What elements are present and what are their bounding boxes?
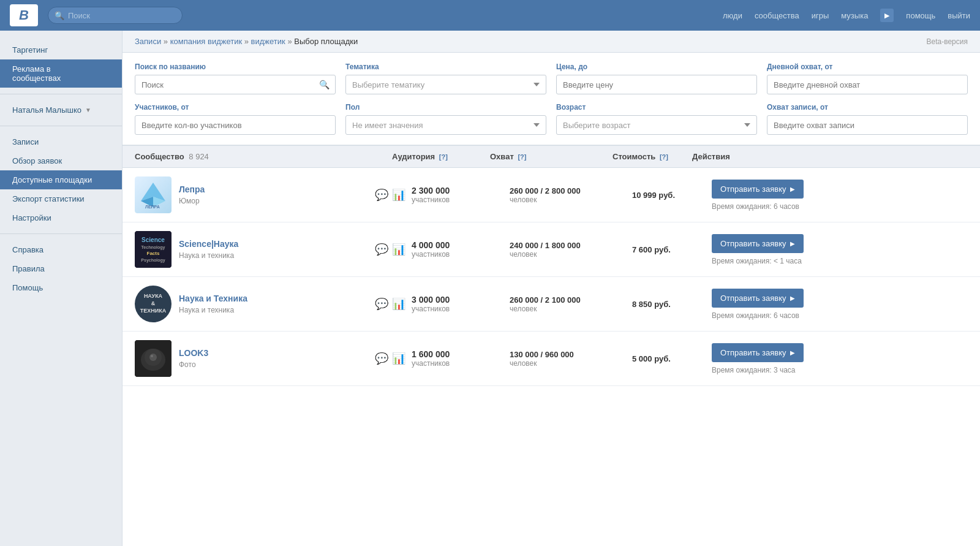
svg-point-8 (151, 355, 153, 357)
audience-lepra: 2 300 000 участников (412, 186, 510, 204)
filter-reach-post-input[interactable] (767, 115, 968, 135)
stats-icon-look3[interactable]: 📊 (392, 352, 405, 365)
filter-search-input[interactable] (135, 75, 336, 94)
stats-icon-lepra[interactable]: 📊 (392, 188, 405, 202)
audience-nauka: 3 000 000 участников (412, 295, 510, 313)
community-name-lepra[interactable]: Лепра (179, 184, 375, 194)
nav-people[interactable]: люди (723, 11, 742, 20)
table-header: Сообщество 8 924 Аудитория [?] Охват [?]… (123, 145, 980, 168)
col-reach-header: Охват [?] (490, 152, 612, 161)
reach-label-lepra: человек (510, 195, 632, 204)
filter-members-input[interactable] (135, 115, 336, 135)
sidebar-item-help[interactable]: Справка (0, 240, 122, 259)
filter-row-2: Участников, от Пол Не имеет значения Воз… (135, 103, 968, 135)
filters-section: Поиск по названию 🔍 Тематика Выберите те… (123, 53, 980, 145)
audience-label-lepra: участников (412, 195, 510, 204)
nav-more-button[interactable]: ▶ (880, 9, 894, 22)
sidebar-item-settings[interactable]: Настройки (0, 208, 122, 227)
send-btn-science[interactable]: Отправить заявку ▶ (712, 234, 804, 253)
filter-reach-daily-input[interactable] (767, 75, 968, 94)
community-info-science: Science|Наука Наука и техника (179, 239, 375, 260)
table-row: ЛЕПРА Лепра Юмор 💬 📊 2 300 000 участнико… (123, 168, 980, 222)
header-search-box[interactable]: 🔍 (48, 7, 183, 24)
nav-communities[interactable]: сообщества (755, 11, 799, 20)
comment-icon-nauka[interactable]: 💬 (375, 297, 388, 311)
breadcrumb-company[interactable]: компания виджетик (170, 37, 243, 46)
avatar-nauka: НАУКА&ТЕХНИКА (135, 286, 172, 322)
filter-age-label: Возраст (556, 103, 757, 112)
cost-help[interactable]: [?] (660, 153, 668, 161)
audience-label-nauka: участников (412, 305, 510, 313)
reach-help[interactable]: [?] (518, 153, 526, 161)
sidebar-item-assistance[interactable]: Помощь (0, 278, 122, 297)
comment-icon-science[interactable]: 💬 (375, 243, 388, 256)
col-actions-header: Действия (692, 152, 968, 161)
col-community-header: Сообщество 8 924 (135, 152, 392, 161)
stats-icon-science[interactable]: 📊 (392, 243, 405, 256)
filter-topic-group: Тематика Выберите тематику (345, 63, 546, 94)
cost-value-look3: 5 000 руб. (632, 354, 671, 363)
reach-numbers-lepra: 260 000 / 2 800 000 (510, 186, 632, 195)
table-row: НАУКА&ТЕХНИКА Наука и Техника Наука и те… (123, 277, 980, 332)
send-btn-nauka[interactable]: Отправить заявку ▶ (712, 289, 804, 308)
send-btn-label-science: Отправить заявку (720, 239, 786, 248)
breadcrumb-records[interactable]: Записи (135, 37, 161, 46)
sidebar-item-platforms[interactable]: Доступные площадки (0, 170, 122, 189)
header-search-input[interactable] (68, 11, 176, 20)
header: В 🔍 люди сообщества игры музыка ▶ помощь… (0, 0, 980, 31)
sidebar-item-targeting[interactable]: Таргетинг (0, 40, 122, 59)
filter-age-select[interactable]: Выберите возраст (556, 115, 757, 135)
sidebar-divider-1 (0, 94, 122, 94)
breadcrumb-widget[interactable]: виджетик (251, 37, 285, 46)
send-btn-arrow-look3: ▶ (790, 349, 795, 356)
actions-look3: Отправить заявку ▶ Время ожидания: 3 час… (712, 343, 968, 374)
search-wrapper: 🔍 (135, 75, 336, 94)
reach-look3: 130 000 / 960 000 человек (510, 350, 632, 368)
audience-number-lepra: 2 300 000 (412, 186, 510, 195)
stats-icon-nauka[interactable]: 📊 (392, 297, 405, 311)
reach-science: 240 000 / 1 800 000 человек (510, 241, 632, 259)
sidebar-divider-2 (0, 126, 122, 126)
filter-price-input[interactable] (556, 75, 757, 94)
filter-members-group: Участников, от (135, 103, 336, 135)
actions-science: Отправить заявку ▶ Время ожидания: < 1 ч… (712, 234, 968, 265)
community-name-nauka[interactable]: Наука и Техника (179, 294, 375, 303)
community-category-lepra: Юмор (179, 197, 375, 205)
table-row: Science Technology Facts Psychology Scie… (123, 222, 980, 277)
sidebar-item-ads-communities[interactable]: Реклама всообществах (0, 59, 122, 88)
table-row: LOOK3 Фото 💬 📊 1 600 000 участников 130 … (123, 332, 980, 386)
sidebar-item-review[interactable]: Обзор заявок (0, 151, 122, 170)
send-btn-label-look3: Отправить заявку (720, 348, 786, 357)
reach-nauka: 260 000 / 2 100 000 человек (510, 295, 632, 313)
send-btn-arrow-lepra: ▶ (790, 186, 795, 192)
audience-help[interactable]: [?] (439, 153, 448, 161)
sidebar-item-export[interactable]: Экспорт статистики (0, 189, 122, 208)
nav-help[interactable]: помощь (906, 11, 935, 20)
filter-gender-label: Пол (345, 103, 546, 112)
filter-price-label: Цена, до (556, 63, 757, 71)
community-info-lepra: Лепра Юмор (179, 184, 375, 205)
sidebar-user[interactable]: Наталья Малышко ▼ (0, 100, 122, 119)
send-btn-look3[interactable]: Отправить заявку ▶ (712, 343, 804, 362)
community-name-science[interactable]: Science|Наука (179, 239, 375, 249)
sidebar-item-rules[interactable]: Правила (0, 259, 122, 278)
sidebar-item-records[interactable]: Записи (0, 132, 122, 151)
wait-time-look3: Время ожидания: 3 часа (712, 366, 795, 374)
cost-value-lepra: 10 999 руб. (632, 191, 675, 200)
nav-logout[interactable]: выйти (948, 11, 970, 20)
vk-logo[interactable]: В (10, 4, 38, 26)
actions-nauka: Отправить заявку ▶ Время ожидания: 6 час… (712, 289, 968, 320)
filter-topic-select[interactable]: Выберите тематику (345, 75, 546, 94)
nav-games[interactable]: игры (812, 11, 829, 20)
reach-numbers-nauka: 260 000 / 2 100 000 (510, 295, 632, 305)
comment-icon-lepra[interactable]: 💬 (375, 188, 388, 202)
cost-value-science: 7 600 руб. (632, 245, 671, 254)
community-name-look3[interactable]: LOOK3 (179, 348, 375, 358)
reach-numbers-science: 240 000 / 1 800 000 (510, 241, 632, 250)
community-count: 8 924 (189, 152, 209, 161)
page-layout: Таргетинг Реклама всообществах Наталья М… (0, 31, 980, 546)
comment-icon-look3[interactable]: 💬 (375, 352, 388, 365)
filter-gender-select[interactable]: Не имеет значения (345, 115, 546, 135)
nav-music[interactable]: музыка (841, 11, 868, 20)
send-btn-lepra[interactable]: Отправить заявку ▶ (712, 180, 804, 199)
